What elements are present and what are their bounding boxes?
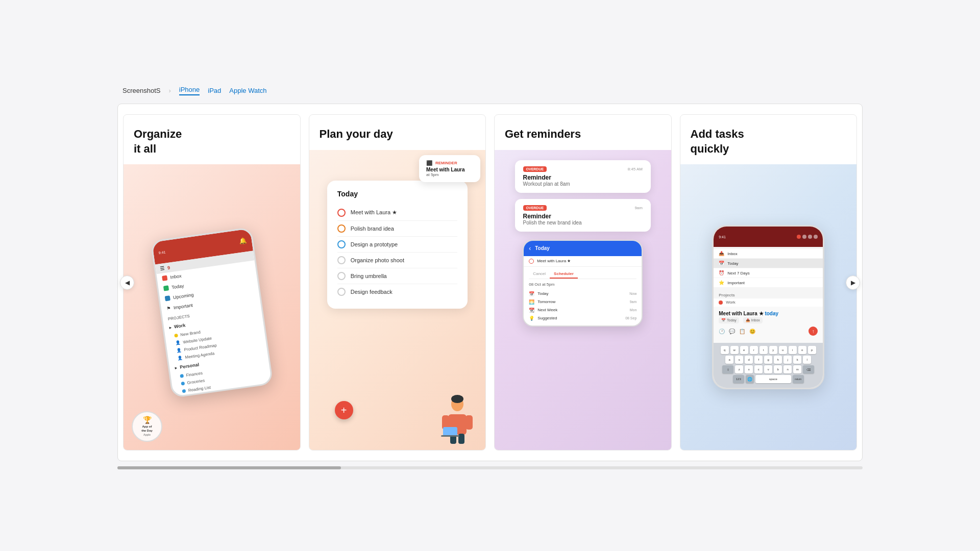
key-space[interactable]: space	[755, 375, 791, 383]
key-c[interactable]: c	[754, 365, 763, 373]
card-reminders: Get reminders OVERDUE 8:45 AM Reminder W…	[494, 114, 672, 450]
key-return[interactable]: return	[793, 375, 804, 383]
keyboard-area: q w e r t y u i o p	[714, 343, 823, 388]
list-item-today: 📅 Today	[714, 259, 823, 268]
nav-link-ipad[interactable]: iPad	[208, 87, 221, 94]
key-l[interactable]: l	[803, 356, 811, 364]
phone-mockup-add-tasks: 9:41 📥 Inbox	[712, 225, 824, 389]
key-f[interactable]: f	[754, 356, 763, 364]
key-123[interactable]: 123	[733, 375, 744, 383]
svg-rect-3	[465, 415, 473, 430]
key-v[interactable]: v	[764, 365, 772, 373]
phone-mockup-organize: 9:41 🔔 ☰ 9 Inbox	[150, 227, 273, 398]
menu-icon: ☰	[159, 265, 164, 271]
reminder-label: REMINDER	[435, 161, 457, 165]
key-s[interactable]: s	[735, 356, 743, 364]
meta-tag-today: 📅 Today	[719, 317, 739, 323]
task-polish-brand: Polish brand idea	[337, 221, 457, 237]
overdue-badge-2: OVERDUE	[523, 205, 547, 211]
bell-icon: 🔔	[238, 237, 247, 245]
card-plan: Plan your day ⬛ REMINDER Meet with Laura…	[309, 114, 486, 450]
schedule-option-tomorrow[interactable]: 🌅 Tomorrow 9am	[529, 298, 636, 306]
key-y[interactable]: y	[769, 346, 777, 354]
reminder-title-1: Reminder	[523, 174, 643, 181]
card-reminders-header: Get reminders	[495, 115, 671, 150]
app-name-label: ScreenshotS	[122, 87, 160, 94]
key-d[interactable]: d	[745, 356, 753, 364]
tab-cancel[interactable]: Cancel	[529, 270, 550, 279]
key-j[interactable]: j	[783, 356, 792, 364]
comment-icon[interactable]: 💬	[729, 329, 735, 334]
project-item-work: Work	[714, 298, 823, 306]
reminder-card-2: OVERDUE 9am Reminder Polish the new bran…	[515, 199, 651, 232]
key-backspace[interactable]: ⌫	[803, 365, 814, 373]
emoji-icon[interactable]: 😊	[749, 329, 755, 334]
card-add-tasks: Add tasksquickly 9:41	[680, 114, 857, 450]
key-x[interactable]: x	[745, 365, 753, 373]
scroll-right-arrow[interactable]: ▶	[846, 276, 860, 290]
schedule-option-next-week[interactable]: 📆 Next Week Mon	[529, 306, 636, 314]
task-input-area: Meet with Laura ★ today 📅 Today 📥 Inbox …	[714, 307, 823, 343]
popup-subtitle: at 5pm	[426, 172, 473, 177]
task-design-prototype: Design a prototype	[337, 237, 457, 253]
reminder-icon: ⬛	[426, 160, 432, 166]
reminder-time-1: 8:45 AM	[628, 167, 643, 171]
clock-icon[interactable]: 🕐	[719, 329, 725, 334]
reminder-time-2: 9am	[634, 206, 643, 210]
nav-link-watch[interactable]: Apple Watch	[229, 87, 266, 94]
svg-point-6	[451, 395, 463, 403]
key-k[interactable]: k	[793, 356, 801, 364]
send-button[interactable]: ↑	[808, 327, 818, 336]
key-w[interactable]: w	[730, 346, 739, 354]
key-h[interactable]: h	[774, 356, 782, 364]
projects-label: Projects	[714, 290, 823, 298]
svg-rect-5	[458, 434, 464, 444]
key-a[interactable]: a	[725, 356, 733, 364]
phone-task-row-1: Meet with Laura ★	[524, 256, 642, 267]
key-t[interactable]: t	[760, 346, 768, 354]
key-n[interactable]: n	[783, 365, 792, 373]
reminder-popup: ⬛ REMINDER Meet with Laura at 5pm	[419, 155, 480, 182]
key-q[interactable]: q	[721, 346, 729, 354]
key-g[interactable]: g	[764, 356, 772, 364]
reminder-title-2: Reminder	[523, 213, 643, 220]
key-u[interactable]: u	[779, 346, 787, 354]
schedule-option-suggested[interactable]: 💡 Suggested 08 Sep	[529, 314, 636, 322]
key-r[interactable]: r	[750, 346, 758, 354]
fab-add-button[interactable]: +	[335, 401, 353, 419]
list-item-next7days: ⏰ Next 7 Days	[714, 268, 823, 278]
task-meet-laura: Meet with Laura ★	[337, 205, 457, 221]
reminder-card-1: OVERDUE 8:45 AM Reminder Workout plan at…	[515, 160, 651, 193]
schedule-option-today[interactable]: 📅 Today Now	[529, 290, 636, 298]
key-i[interactable]: i	[789, 346, 797, 354]
key-m[interactable]: m	[793, 365, 801, 373]
svg-rect-7	[443, 427, 457, 436]
checklist-icon[interactable]: 📋	[739, 329, 745, 334]
today-label: Today	[337, 190, 457, 198]
key-e[interactable]: e	[740, 346, 748, 354]
card-organize-header: Organizeit all	[124, 115, 300, 164]
phone-mockup-reminders: ‹ Today Meet with Laura ★ Cancel Schedul…	[523, 240, 643, 327]
key-p[interactable]: p	[808, 346, 816, 354]
key-o[interactable]: o	[798, 346, 806, 354]
task-input-title: Meet with Laura ★ today	[719, 311, 818, 316]
task-bring-umbrella: Bring umbrella	[337, 268, 457, 284]
scroll-left-arrow[interactable]: ◀	[120, 276, 134, 290]
overdue-badge-1: OVERDUE	[523, 166, 547, 172]
phone-status-add: 9:41	[719, 235, 726, 239]
meta-tag-inbox: 📥 Inbox	[743, 317, 763, 323]
key-z[interactable]: z	[735, 365, 743, 373]
key-emoji[interactable]: 🌐	[746, 375, 754, 383]
tab-scheduler[interactable]: Scheduler	[550, 270, 578, 279]
key-shift[interactable]: ⇧	[722, 365, 733, 373]
task-organize-photo: Organize photo shoot	[337, 253, 457, 268]
key-b[interactable]: b	[774, 365, 782, 373]
svg-rect-8	[441, 435, 459, 437]
nav-link-iphone[interactable]: iPhone	[179, 86, 200, 95]
card-add-tasks-header: Add tasksquickly	[680, 115, 857, 164]
scroll-thumb	[117, 466, 341, 469]
list-item-important: ⭐ Important	[714, 278, 823, 287]
card-plan-header: Plan your day	[309, 115, 486, 150]
card-organize: Organizeit all 9:41 🔔 ☰ 9	[123, 114, 301, 450]
scroll-bar[interactable]	[117, 466, 863, 469]
